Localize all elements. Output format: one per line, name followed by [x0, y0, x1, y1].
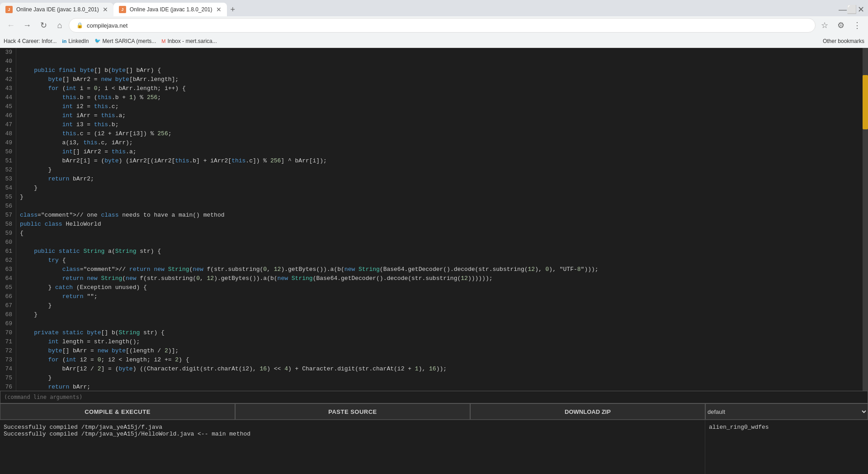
command-line-area[interactable]	[0, 391, 868, 403]
bookmark-hack4career[interactable]: Hack 4 Career: Infor...	[4, 38, 57, 44]
code-content[interactable]: public final byte[] b(byte[] bArr) { byt…	[16, 48, 863, 391]
tab-2-title: Online Java IDE (javac 1.8.0_201)	[130, 6, 212, 13]
tab-1[interactable]: J Online Java IDE (javac 1.8.0_201) ✕	[0, 3, 113, 16]
editor-area: 3940414243444546474849505152535455565758…	[0, 48, 868, 391]
back-button[interactable]: ←	[4, 18, 18, 33]
command-input[interactable]	[4, 394, 864, 400]
bookmark-mert-label: Mert SARICA (merts...	[103, 38, 156, 44]
main-area: 3940414243444546474849505152535455565758…	[0, 48, 868, 474]
output-area: Successfully compiled /tmp/java_yeA15j/f…	[0, 420, 868, 474]
browser-chrome: J Online Java IDE (javac 1.8.0_201) ✕ J …	[0, 0, 868, 48]
new-tab-button[interactable]: +	[227, 5, 239, 14]
output-right: alien_ring0_wdfes	[705, 420, 868, 474]
output-left: Successfully compiled /tmp/java_yeA15j/f…	[0, 420, 705, 474]
bookmark-mert[interactable]: 🐦 Mert SARICA (merts...	[94, 38, 156, 44]
bookmark-star[interactable]: ☆	[817, 18, 832, 33]
other-bookmarks[interactable]: Other bookmarks	[823, 38, 864, 44]
tab-1-title: Online Java IDE (javac 1.8.0_201)	[16, 6, 99, 13]
action-buttons: COMPILE & EXECUTE PASTE SOURCE DOWNLOAD …	[0, 403, 868, 420]
reload-button[interactable]: ↻	[36, 18, 51, 33]
scrollbar-thumb[interactable]	[863, 75, 868, 129]
line-numbers: 3940414243444546474849505152535455565758…	[0, 48, 16, 391]
nav-bar: ← → ↻ ⌂ 🔒 compilejava.net ☆ ⚙ ⋮	[0, 16, 868, 34]
address-bar[interactable]: 🔒 compilejava.net	[69, 18, 816, 33]
minimize-button[interactable]: —	[839, 6, 846, 13]
bookmark-hack4career-label: Hack 4 Career: Infor...	[4, 38, 57, 44]
tab-1-favicon: J	[5, 6, 13, 13]
tab-2-close[interactable]: ✕	[216, 6, 222, 13]
close-window-button[interactable]: ✕	[857, 6, 864, 13]
home-button[interactable]: ⌂	[52, 18, 67, 33]
other-bookmarks-label: Other bookmarks	[823, 38, 864, 44]
forward-button[interactable]: →	[20, 18, 34, 33]
bookmark-inbox-label: Inbox - mert.sarica...	[167, 38, 217, 44]
vertical-scrollbar[interactable]	[863, 48, 868, 391]
bookmark-linkedin[interactable]: in LinkedIn	[62, 38, 89, 44]
tab-bar: J Online Java IDE (javac 1.8.0_201) ✕ J …	[0, 0, 868, 16]
tab-2[interactable]: J Online Java IDE (javac 1.8.0_201) ✕	[113, 3, 227, 16]
bookmark-linkedin-label: LinkedIn	[68, 38, 89, 44]
paste-source-button[interactable]: PASTE SOURCE	[235, 403, 470, 420]
tab-2-favicon: J	[119, 6, 126, 13]
version-select[interactable]: default	[705, 403, 868, 420]
window-controls: — ⬜ ✕	[839, 6, 868, 13]
bottom-bar: COMPILE & EXECUTE PASTE SOURCE DOWNLOAD …	[0, 391, 868, 474]
compile-execute-button[interactable]: COMPILE & EXECUTE	[0, 403, 235, 420]
bookmark-inbox[interactable]: M Inbox - mert.sarica...	[161, 38, 217, 44]
maximize-button[interactable]: ⬜	[848, 6, 855, 13]
bookmark-bar: Hack 4 Career: Infor... in LinkedIn 🐦 Me…	[0, 34, 868, 48]
extensions-button[interactable]: ⚙	[834, 18, 848, 33]
download-zip-button[interactable]: DOWNLOAD ZIP	[470, 403, 705, 420]
address-text: compilejava.net	[87, 22, 127, 29]
menu-button[interactable]: ⋮	[850, 18, 864, 33]
tab-1-close[interactable]: ✕	[103, 6, 108, 13]
